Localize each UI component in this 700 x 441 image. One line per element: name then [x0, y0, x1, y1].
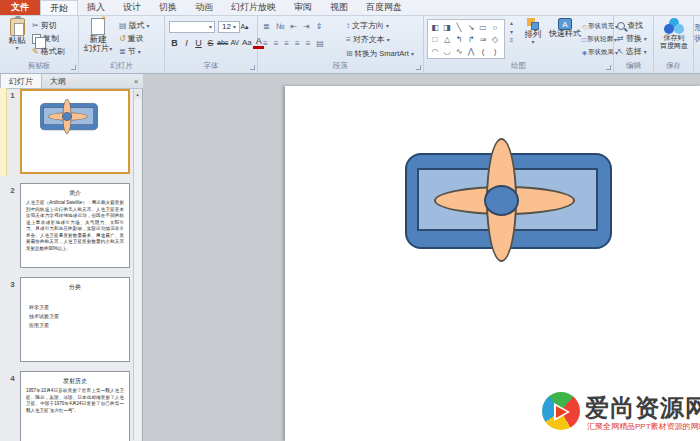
font-name-select[interactable]: ▾ — [169, 21, 215, 33]
find-icon — [617, 22, 625, 30]
save-group-label: 保存 — [654, 61, 693, 71]
numbering-icon[interactable]: № — [276, 22, 285, 31]
shape-recent-1[interactable]: ◧ — [429, 21, 441, 33]
thumb2-body: 人造卫星（Artificial Satellite）：用运载火箭发射到空间轨道上… — [26, 200, 124, 252]
select-button[interactable]: ↖ 选择 ▾ — [617, 45, 647, 58]
shapes-more-icon[interactable]: ≡ — [510, 37, 514, 43]
shape-brace-right[interactable]: ) — [489, 45, 501, 57]
shape-arc-down[interactable]: ◡ — [441, 45, 453, 57]
paste-icon — [10, 18, 25, 36]
scrollbar-up-icon[interactable]: ▴ — [134, 90, 141, 99]
layout-icon: ▤ — [119, 21, 127, 30]
change-case-button[interactable]: Aa — [241, 37, 252, 49]
shape-arc-up[interactable]: ◠ — [429, 45, 441, 57]
shape-line[interactable]: ╲ — [453, 21, 465, 33]
shape-arrow[interactable]: ↘ — [465, 21, 477, 33]
reset-button[interactable]: ↺ 重设 — [119, 32, 144, 45]
font-dialog-launcher[interactable] — [250, 65, 255, 70]
shapes-scroll-down-icon[interactable]: ▾ — [510, 28, 513, 35]
selected-slide-strip — [0, 88, 7, 176]
shape-outline-button[interactable]: □ 形状轮廓 ▾ — [582, 33, 617, 46]
group-font: ▾ 12▾ B I U S abc AV Aa A A▴ 字体 — [165, 16, 258, 73]
convert-smartart-button[interactable]: ⊞ 转换为 SmartArt ▾ — [346, 47, 414, 60]
distribute-icon[interactable]: ≡ — [306, 39, 311, 48]
shapes-scroll-up-icon[interactable]: ▴ — [510, 19, 513, 26]
tab-view[interactable]: 视图 — [321, 0, 357, 15]
shape-effects-button[interactable]: ◈ 形状效果 ▾ — [582, 46, 618, 59]
format-painter-button[interactable]: ✎ 格式刷 — [32, 45, 65, 58]
panel-close-icon[interactable]: × — [129, 74, 143, 88]
line-spacing-icon[interactable]: ⇕ — [316, 22, 323, 31]
align-right-icon[interactable]: ≡ — [284, 39, 289, 48]
drawing-dialog-launcher[interactable] — [606, 65, 611, 70]
slide-thumbnail-1[interactable] — [20, 89, 130, 174]
italic-button[interactable]: I — [181, 37, 192, 49]
strikethrough-button[interactable]: S — [205, 37, 216, 49]
shape-block-arrow[interactable]: ⇒ — [477, 33, 489, 45]
shape-diamond[interactable]: ◇ — [489, 33, 501, 45]
underline-button[interactable]: U — [193, 37, 204, 49]
indent-decrease-icon[interactable]: ⇤ — [290, 22, 297, 31]
tab-transitions[interactable]: 切换 — [150, 0, 186, 15]
tab-baidu-pan[interactable]: 百度网盘 — [357, 0, 411, 15]
save-to-baidu-button[interactable]: 保存到 百度网盘 — [657, 18, 691, 49]
shape-square[interactable]: □ — [429, 33, 441, 45]
bold-button[interactable]: B — [169, 37, 180, 49]
copy-icon — [32, 34, 41, 44]
font-size-select[interactable]: 12▾ — [218, 21, 240, 33]
group-editing: 查找 ⇄ 替换 ▾ ↖ 选择 ▾ 编辑 — [614, 16, 654, 73]
panel-tab-slides[interactable]: 幻灯片 — [0, 74, 42, 88]
shape-fill-button[interactable]: ◇ 形状填充 ▾ — [582, 20, 618, 33]
align-center-icon[interactable]: ≡ — [274, 39, 279, 48]
slide-canvas[interactable] — [285, 86, 700, 441]
columns-icon[interactable]: ▤ — [316, 39, 324, 48]
shape-rectangle[interactable]: ▭ — [477, 21, 489, 33]
section-button[interactable]: ≣ 节 ▾ — [119, 45, 141, 58]
reset-icon: ↺ — [119, 34, 126, 43]
char-spacing-button[interactable]: AV — [229, 37, 240, 49]
baidu-pan-icon — [663, 18, 685, 34]
tab-design[interactable]: 设计 — [114, 0, 150, 15]
shape-curve[interactable]: ∿ — [453, 45, 465, 57]
find-button[interactable]: 查找 — [617, 19, 643, 32]
layout-button[interactable]: ▤ 版式 ▾ — [119, 19, 150, 32]
align-text-button[interactable]: ≡ 对齐文本 ▾ — [346, 33, 390, 46]
copy-button[interactable]: 复制 — [32, 32, 59, 45]
tab-file[interactable]: 文件 — [0, 0, 40, 15]
shape-freeform[interactable]: ⋀ — [465, 45, 477, 57]
panel-tab-outline[interactable]: 大纲 — [42, 74, 74, 88]
center-circle-shape[interactable] — [484, 185, 519, 216]
tab-slideshow[interactable]: 幻灯片放映 — [222, 0, 285, 15]
bullets-icon[interactable]: ≣ — [263, 22, 270, 31]
tab-review[interactable]: 审阅 — [285, 0, 321, 15]
paragraph-dialog-launcher[interactable] — [416, 65, 421, 70]
clipboard-dialog-launcher[interactable] — [71, 65, 76, 70]
shape-recent-2[interactable]: ◨ — [441, 21, 453, 33]
clear-format-button[interactable]: abc — [217, 37, 228, 49]
slide-number-2: 2 — [7, 186, 18, 195]
cut-button[interactable]: ✂ 剪切 — [32, 19, 57, 32]
tab-home[interactable]: 开始 — [40, 0, 78, 15]
tab-insert[interactable]: 插入 — [78, 0, 114, 15]
section-icon: ≣ — [119, 47, 126, 56]
align-left-icon[interactable]: ≡ — [263, 39, 268, 48]
tab-animations[interactable]: 动画 — [186, 0, 222, 15]
grow-font-button[interactable]: A▴ — [239, 21, 250, 33]
arrange-button[interactable]: 排列 ▾ — [520, 18, 546, 46]
paste-button[interactable]: 粘贴 ▾ — [4, 18, 30, 52]
slide-thumbnail-2[interactable]: 简介 人造卫星（Artificial Satellite）：用运载火箭发射到空间… — [20, 183, 130, 268]
shape-oval[interactable]: ○ — [489, 21, 501, 33]
justify-icon[interactable]: ≡ — [295, 39, 300, 48]
new-slide-button[interactable]: 新建 幻灯片▾ — [82, 18, 114, 54]
replace-button[interactable]: ⇄ 替换 ▾ — [617, 32, 647, 45]
shape-brace-left[interactable]: ( — [477, 45, 489, 57]
panel-scrollbar[interactable]: ▴ — [133, 90, 141, 440]
slide-thumbnail-3[interactable]: 分类 科学卫星 技术试验卫星 应用卫星 — [20, 277, 130, 362]
shape-triangle[interactable]: △ — [441, 33, 453, 45]
quick-styles-button[interactable]: A 快速样式 — [548, 18, 582, 39]
shape-elbow-1[interactable]: ↰ — [453, 33, 465, 45]
shape-elbow-2[interactable]: ↱ — [465, 33, 477, 45]
slide-thumbnail-4[interactable]: 发射历史 1957年10月4日苏联发射了世界上第一颗人造卫星。随后，美国、法国、… — [20, 371, 130, 441]
indent-increase-icon[interactable]: ⇥ — [303, 22, 310, 31]
text-direction-button[interactable]: ↕ 文字方向 ▾ — [346, 19, 389, 32]
